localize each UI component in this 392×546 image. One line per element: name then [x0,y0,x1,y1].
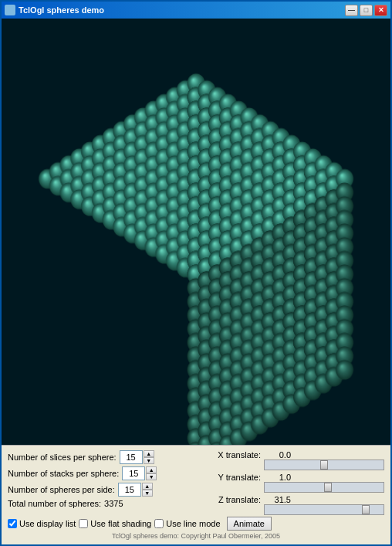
controls-panel: Number of slices per sphere: ▲ ▼ Number … [2,445,390,544]
minimize-button[interactable]: — [345,5,358,16]
spheres-down-btn[interactable]: ▼ [142,490,153,497]
spheres-spinner-buttons: ▲ ▼ [142,483,153,497]
x-translate-label: X translate: [211,450,261,460]
controls-two-col: Number of slices per sphere: ▲ ▼ Number … [8,450,384,515]
left-controls: Number of slices per sphere: ▲ ▼ Number … [8,450,204,515]
stacks-spinner: ▲ ▼ [122,466,157,480]
close-button[interactable]: ✕ [374,5,387,16]
titlebar-buttons: — □ ✕ [345,5,387,16]
total-value: 3375 [104,499,123,508]
maximize-button[interactable]: □ [360,5,373,16]
y-translate-label: Y translate: [211,473,261,482]
flat-shading-checkbox[interactable] [79,519,88,528]
y-slider-track[interactable] [264,482,384,493]
spheres-row: Number of spheres per side: ▲ ▼ [8,483,204,497]
stacks-row: Number of stacks per sphere: ▲ ▼ [8,466,204,480]
y-slider-thumb[interactable] [324,483,332,492]
slices-spinner-buttons: ▲ ▼ [144,450,154,464]
stacks-input[interactable] [122,466,145,480]
y-slider-row [211,482,384,495]
display-list-group: Use display list [8,519,76,528]
flat-shading-label: Use flat shading [90,519,151,528]
copyright-text: TclOgl spheres demo: Copyright Paul Ober… [8,532,384,541]
stacks-up-btn[interactable]: ▲ [146,466,157,473]
x-slider-row [211,460,384,473]
display-list-label: Use display list [19,519,76,528]
spheres-input[interactable] [118,483,141,497]
x-slider-thumb[interactable] [320,460,328,470]
z-translate-value: 31.5 [264,495,291,504]
z-slider-row [211,504,384,515]
slices-input[interactable] [120,450,143,464]
display-list-checkbox[interactable] [8,519,17,528]
z-translate-label: Z translate: [211,495,261,504]
line-mode-checkbox[interactable] [154,519,164,528]
line-mode-group: Use line mode [154,519,220,528]
stacks-spinner-buttons: ▲ ▼ [146,466,157,480]
x-slider-track[interactable] [264,460,384,470]
y-translate-row: Y translate: 1.0 [211,473,384,482]
main-window: TclOgl spheres demo — □ ✕ [0,0,392,546]
gl-viewport[interactable]: (function() { const canvas = document.ge… [2,19,390,445]
y-translate-value: 1.0 [264,473,291,482]
z-slider-thumb[interactable] [362,505,370,514]
app-icon [5,5,15,15]
x-translate-row: X translate: 0.0 [211,450,384,460]
z-translate-row: Z translate: 31.5 [211,495,384,504]
x-translate-value: 0.0 [264,450,291,460]
slices-row: Number of slices per sphere: ▲ ▼ [8,450,204,464]
titlebar: TclOgl spheres demo — □ ✕ [2,2,390,19]
spheres-up-btn[interactable]: ▲ [142,483,153,490]
z-slider-track[interactable] [264,504,384,515]
window-title: TclOgl spheres demo [19,5,345,15]
bottom-checkboxes: Use display list Use flat shading Use li… [8,517,384,531]
total-label: Total number of spheres: [8,499,101,508]
total-row: Total number of spheres: 3375 [8,499,204,508]
stacks-label: Number of stacks per sphere: [8,469,119,478]
animate-button[interactable]: Animate [227,517,272,531]
slices-spinner: ▲ ▼ [120,450,154,464]
spheres-label: Number of spheres per side: [8,485,115,494]
slices-up-btn[interactable]: ▲ [144,450,154,457]
stacks-down-btn[interactable]: ▼ [146,473,157,480]
flat-shading-group: Use flat shading [79,519,151,528]
spheres-spinner: ▲ ▼ [118,483,153,497]
slices-down-btn[interactable]: ▼ [144,457,154,464]
right-controls: X translate: 0.0 Y translate: 1.0 [211,450,384,515]
line-mode-label: Use line mode [166,519,220,528]
slices-label: Number of slices per sphere: [8,453,117,462]
